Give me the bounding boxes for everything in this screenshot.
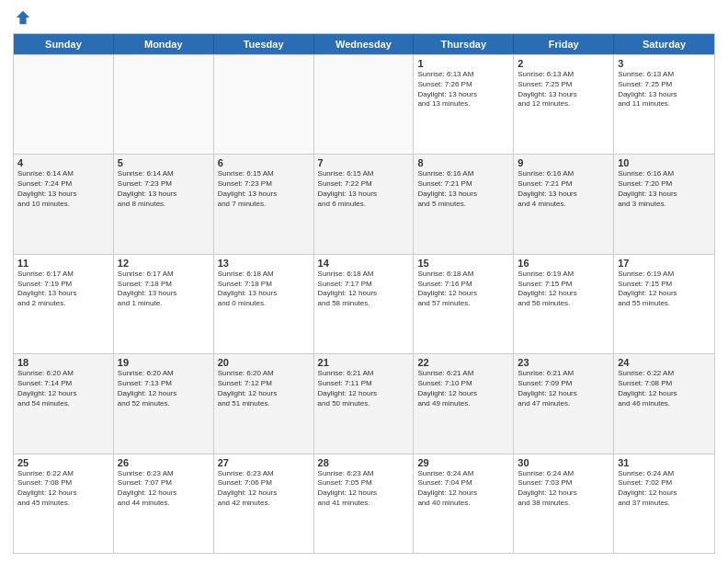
header-day-monday: Monday: [114, 34, 214, 54]
day-info: Sunrise: 6:16 AM Sunset: 7:21 PM Dayligh…: [417, 169, 509, 209]
day-number: 25: [17, 457, 109, 468]
day-info: Sunrise: 6:20 AM Sunset: 7:13 PM Dayligh…: [118, 369, 210, 408]
day-info: Sunrise: 6:13 AM Sunset: 7:25 PM Dayligh…: [618, 70, 711, 109]
day-number: 9: [518, 157, 609, 168]
header-day-thursday: Thursday: [414, 34, 514, 54]
calendar-cell: 15Sunrise: 6:18 AM Sunset: 7:16 PM Dayli…: [414, 255, 514, 353]
calendar-cell: 2Sunrise: 6:13 AM Sunset: 7:25 PM Daylig…: [514, 55, 614, 154]
day-info: Sunrise: 6:23 AM Sunset: 7:07 PM Dayligh…: [118, 469, 210, 509]
calendar-cell: 8Sunrise: 6:16 AM Sunset: 7:21 PM Daylig…: [414, 155, 514, 253]
calendar-cell: 13Sunrise: 6:18 AM Sunset: 7:18 PM Dayli…: [214, 255, 314, 353]
day-info: Sunrise: 6:14 AM Sunset: 7:24 PM Dayligh…: [17, 169, 109, 209]
header-day-friday: Friday: [514, 34, 614, 54]
day-info: Sunrise: 6:20 AM Sunset: 7:14 PM Dayligh…: [17, 369, 109, 408]
day-info: Sunrise: 6:15 AM Sunset: 7:23 PM Dayligh…: [218, 169, 310, 209]
day-info: Sunrise: 6:17 AM Sunset: 7:18 PM Dayligh…: [118, 270, 210, 309]
calendar-cell: 16Sunrise: 6:19 AM Sunset: 7:15 PM Dayli…: [514, 255, 614, 353]
calendar-cell: 1Sunrise: 6:13 AM Sunset: 7:26 PM Daylig…: [414, 55, 514, 154]
day-number: 21: [318, 357, 410, 368]
day-info: Sunrise: 6:13 AM Sunset: 7:26 PM Dayligh…: [417, 70, 509, 109]
day-info: Sunrise: 6:24 AM Sunset: 7:03 PM Dayligh…: [518, 469, 609, 509]
day-info: Sunrise: 6:16 AM Sunset: 7:21 PM Dayligh…: [518, 169, 609, 209]
calendar-cell: 31Sunrise: 6:24 AM Sunset: 7:02 PM Dayli…: [614, 454, 714, 553]
day-info: Sunrise: 6:23 AM Sunset: 7:05 PM Dayligh…: [318, 469, 410, 509]
day-number: 30: [518, 457, 609, 468]
calendar-cell: [114, 55, 214, 154]
calendar-cell: [14, 55, 114, 154]
day-number: 12: [118, 258, 210, 269]
day-info: Sunrise: 6:21 AM Sunset: 7:09 PM Dayligh…: [518, 369, 609, 408]
day-info: Sunrise: 6:19 AM Sunset: 7:15 PM Dayligh…: [518, 270, 609, 309]
day-number: 18: [17, 357, 109, 368]
day-info: Sunrise: 6:24 AM Sunset: 7:04 PM Dayligh…: [417, 469, 509, 509]
day-number: 10: [618, 157, 711, 168]
day-number: 14: [318, 258, 410, 269]
calendar-cell: 21Sunrise: 6:21 AM Sunset: 7:11 PM Dayli…: [314, 354, 415, 453]
day-info: Sunrise: 6:21 AM Sunset: 7:11 PM Dayligh…: [318, 369, 410, 408]
calendar-row-4: 18Sunrise: 6:20 AM Sunset: 7:14 PM Dayli…: [14, 353, 714, 453]
calendar-cell: 6Sunrise: 6:15 AM Sunset: 7:23 PM Daylig…: [214, 155, 314, 253]
calendar-cell: 26Sunrise: 6:23 AM Sunset: 7:07 PM Dayli…: [114, 454, 214, 553]
header-day-saturday: Saturday: [614, 34, 714, 54]
calendar-cell: 27Sunrise: 6:23 AM Sunset: 7:06 PM Dayli…: [214, 454, 314, 553]
day-number: 8: [417, 157, 509, 168]
calendar-body: 1Sunrise: 6:13 AM Sunset: 7:26 PM Daylig…: [14, 54, 714, 553]
day-number: 3: [618, 58, 711, 69]
day-info: Sunrise: 6:13 AM Sunset: 7:25 PM Dayligh…: [518, 70, 609, 109]
svg-marker-0: [17, 11, 29, 24]
calendar-cell: 14Sunrise: 6:18 AM Sunset: 7:17 PM Dayli…: [314, 255, 415, 353]
day-number: 27: [218, 457, 310, 468]
day-number: 16: [518, 258, 609, 269]
calendar-cell: 4Sunrise: 6:14 AM Sunset: 7:24 PM Daylig…: [14, 155, 114, 253]
day-number: 29: [417, 457, 509, 468]
day-number: 28: [318, 457, 410, 468]
calendar-cell: [314, 55, 415, 154]
day-info: Sunrise: 6:22 AM Sunset: 7:08 PM Dayligh…: [618, 369, 711, 408]
day-number: 15: [417, 258, 509, 269]
calendar-row-1: 1Sunrise: 6:13 AM Sunset: 7:26 PM Daylig…: [14, 54, 714, 154]
calendar-cell: 29Sunrise: 6:24 AM Sunset: 7:04 PM Dayli…: [414, 454, 514, 553]
day-info: Sunrise: 6:17 AM Sunset: 7:19 PM Dayligh…: [17, 270, 109, 309]
page: SundayMondayTuesdayWednesdayThursdayFrid…: [0, 0, 728, 563]
day-info: Sunrise: 6:22 AM Sunset: 7:08 PM Dayligh…: [17, 469, 109, 509]
day-info: Sunrise: 6:14 AM Sunset: 7:23 PM Dayligh…: [118, 169, 210, 209]
day-number: 5: [118, 157, 210, 168]
day-number: 26: [118, 457, 210, 468]
calendar-row-5: 25Sunrise: 6:22 AM Sunset: 7:08 PM Dayli…: [14, 454, 714, 553]
day-number: 19: [118, 357, 210, 368]
day-number: 7: [318, 157, 410, 168]
calendar-cell: 23Sunrise: 6:21 AM Sunset: 7:09 PM Dayli…: [514, 354, 614, 453]
header-day-sunday: Sunday: [14, 34, 114, 54]
calendar-cell: [214, 55, 314, 154]
calendar: SundayMondayTuesdayWednesdayThursdayFrid…: [13, 33, 715, 554]
day-number: 11: [17, 258, 109, 269]
header-day-wednesday: Wednesday: [314, 34, 415, 54]
day-number: 22: [417, 357, 509, 368]
calendar-cell: 24Sunrise: 6:22 AM Sunset: 7:08 PM Dayli…: [614, 354, 714, 453]
day-info: Sunrise: 6:15 AM Sunset: 7:22 PM Dayligh…: [318, 169, 410, 209]
day-number: 2: [518, 58, 609, 69]
calendar-cell: 11Sunrise: 6:17 AM Sunset: 7:19 PM Dayli…: [14, 255, 114, 353]
calendar-cell: 25Sunrise: 6:22 AM Sunset: 7:08 PM Dayli…: [14, 454, 114, 553]
header-day-tuesday: Tuesday: [214, 34, 314, 54]
calendar-cell: 18Sunrise: 6:20 AM Sunset: 7:14 PM Dayli…: [14, 354, 114, 453]
calendar-cell: 19Sunrise: 6:20 AM Sunset: 7:13 PM Dayli…: [114, 354, 214, 453]
logo-text: [13, 9, 31, 26]
calendar-cell: 20Sunrise: 6:20 AM Sunset: 7:12 PM Dayli…: [214, 354, 314, 453]
calendar-cell: 28Sunrise: 6:23 AM Sunset: 7:05 PM Dayli…: [314, 454, 415, 553]
day-number: 4: [17, 157, 109, 168]
day-info: Sunrise: 6:18 AM Sunset: 7:18 PM Dayligh…: [218, 270, 310, 309]
day-number: 20: [218, 357, 310, 368]
day-number: 24: [618, 357, 711, 368]
day-number: 13: [218, 258, 310, 269]
day-info: Sunrise: 6:20 AM Sunset: 7:12 PM Dayligh…: [218, 369, 310, 408]
calendar-cell: 3Sunrise: 6:13 AM Sunset: 7:25 PM Daylig…: [614, 55, 714, 154]
calendar-cell: 17Sunrise: 6:19 AM Sunset: 7:15 PM Dayli…: [614, 255, 714, 353]
day-info: Sunrise: 6:18 AM Sunset: 7:16 PM Dayligh…: [417, 270, 509, 309]
calendar-cell: 22Sunrise: 6:21 AM Sunset: 7:10 PM Dayli…: [414, 354, 514, 453]
calendar-cell: 12Sunrise: 6:17 AM Sunset: 7:18 PM Dayli…: [114, 255, 214, 353]
day-info: Sunrise: 6:18 AM Sunset: 7:17 PM Dayligh…: [318, 270, 410, 309]
calendar-cell: 10Sunrise: 6:16 AM Sunset: 7:20 PM Dayli…: [614, 155, 714, 253]
day-info: Sunrise: 6:21 AM Sunset: 7:10 PM Dayligh…: [417, 369, 509, 408]
calendar-cell: 5Sunrise: 6:14 AM Sunset: 7:23 PM Daylig…: [114, 155, 214, 253]
